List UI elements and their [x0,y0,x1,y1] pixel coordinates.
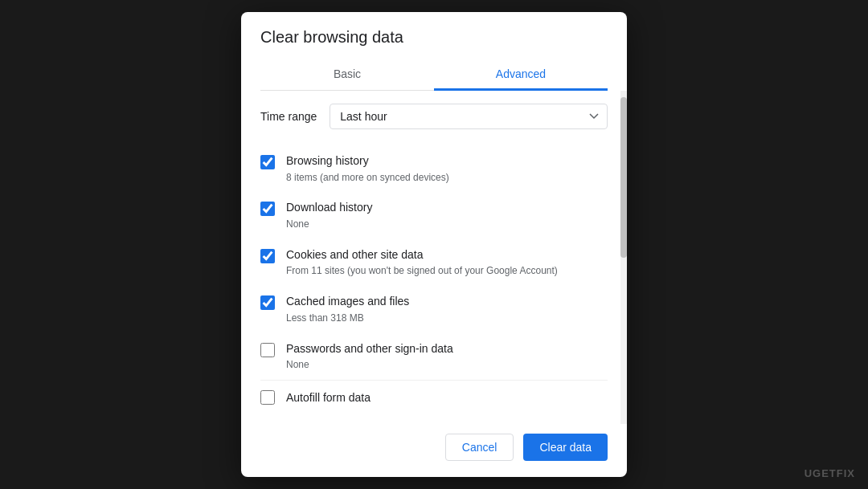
checkbox-cookies[interactable] [260,249,275,263]
browsing-history-sublabel: 8 items (and more on synced devices) [286,171,449,185]
checkbox-autofill[interactable] [260,390,275,405]
autofill-text: Autofill form data [286,390,371,406]
passwords-text: Passwords and other sign-in data None [286,341,453,372]
list-item: Cached images and files Less than 318 MB [260,286,608,332]
passwords-label: Passwords and other sign-in data [286,341,453,357]
list-item: Passwords and other sign-in data None [260,333,608,380]
list-item: Download history None [260,192,608,238]
dialog-title: Clear browsing data [260,28,608,47]
download-history-label: Download history [286,200,372,216]
time-range-label: Time range [260,110,317,123]
passwords-sublabel: None [286,358,453,372]
scrollbar-track [620,91,627,424]
checkbox-cache[interactable] [260,295,275,310]
tab-basic[interactable]: Basic [260,59,434,91]
cache-sublabel: Less than 318 MB [286,312,409,325]
checkbox-download-history[interactable] [260,202,275,216]
cancel-button[interactable]: Cancel [445,434,514,461]
download-history-sublabel: None [286,218,372,231]
checkbox-cache-wrap [260,295,275,313]
checkbox-passwords-wrap [260,343,275,361]
time-range-row: Time range Last hour Last 24 hours Last … [260,104,608,129]
checkbox-download-history-wrap [260,202,275,219]
cookies-sublabel: From 11 sites (you won't be signed out o… [286,264,558,278]
watermark: UGETFIX [805,467,855,479]
browsing-history-label: Browsing history [286,153,449,169]
scrollbar-thumb[interactable] [620,97,627,258]
checkbox-passwords[interactable] [260,343,275,357]
cookies-label: Cookies and other site data [286,247,558,263]
dialog-body-container: Time range Last hour Last 24 hours Last … [241,91,627,424]
checkbox-cookies-wrap [260,249,275,267]
checkbox-list: Browsing history 8 items (and more on sy… [260,145,608,411]
dialog-header: Clear browsing data Basic Advanced [241,12,627,91]
checkbox-browsing-history-wrap [260,155,275,173]
cache-label: Cached images and files [286,294,409,310]
download-history-text: Download history None [286,200,372,230]
cache-text: Cached images and files Less than 318 MB [286,294,409,324]
clear-browsing-data-dialog: Clear browsing data Basic Advanced Time … [241,12,627,477]
tab-bar: Basic Advanced [260,59,608,91]
checkbox-browsing-history[interactable] [260,155,275,169]
time-range-select[interactable]: Last hour Last 24 hours Last 7 days Last… [330,104,608,129]
dialog-body: Time range Last hour Last 24 hours Last … [241,91,627,424]
cookies-text: Cookies and other site data From 11 site… [286,247,558,278]
autofill-label: Autofill form data [286,390,371,406]
list-item: Cookies and other site data From 11 site… [260,239,608,286]
clear-data-button[interactable]: Clear data [523,434,608,461]
tab-advanced[interactable]: Advanced [434,59,608,91]
checkbox-autofill-wrap [260,390,275,408]
browsing-history-text: Browsing history 8 items (and more on sy… [286,153,449,184]
list-item: Autofill form data [260,380,608,411]
dialog-footer: Cancel Clear data [241,424,627,477]
list-item: Browsing history 8 items (and more on sy… [260,145,608,192]
